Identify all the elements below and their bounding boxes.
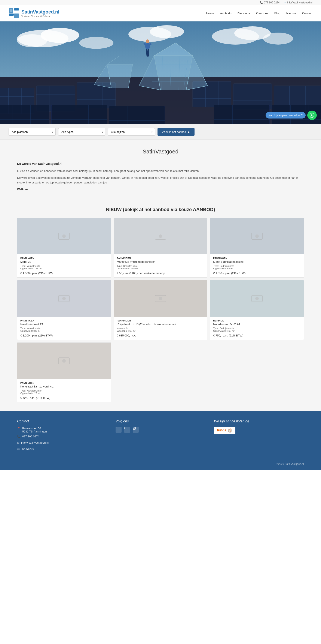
listing-type: Type: Bedrijfsruimte [213, 265, 301, 267]
social-icons-group: f in [116, 427, 205, 434]
listing-address: Raadhuisstraat 19 [20, 322, 108, 326]
location-icon: 📍 [17, 427, 20, 430]
listing-price: € 1.350,- p.m. (21% BTW) [213, 272, 301, 275]
whatsapp-button[interactable] [307, 110, 317, 120]
listings-section: NIEUW (bekijk al het aanbod via keuze AA… [17, 207, 304, 402]
svg-point-99 [255, 234, 259, 238]
svg-point-86 [146, 40, 149, 43]
listing-card[interactable]: PANNINGEN Kerkstraat 3a - 1e verd. v.z T… [17, 342, 111, 402]
footer-phone: 📞 077 306 0274 [17, 435, 107, 439]
nav-contact[interactable]: Contact [302, 12, 313, 15]
search-button[interactable]: Zoek in het aanbod ▶ [158, 128, 194, 136]
linkedin-icon[interactable]: in [124, 427, 130, 433]
main-nav: Home Aanbod ▾ Diensten ▾ Over ons Blog N… [206, 12, 313, 15]
footer-email: ✉ info@satinvastgoed.nl [17, 441, 107, 446]
footer-phone-icon: 📞 [17, 435, 20, 438]
nav-blog[interactable]: Blog [274, 12, 280, 15]
listing-info: PANNINGEN Kerkstraat 3a - 1e verd. v.z T… [17, 379, 111, 402]
listing-card[interactable]: BERINGE Noordervaart 5 - 2D-1 Type: Bedr… [210, 280, 304, 340]
listing-opp: Oppervlakte: 168 m² [213, 330, 301, 332]
listing-opp: Oppervlakte: 26 m² [20, 392, 108, 394]
price-select[interactable]: Alle prijzen [108, 128, 155, 136]
nav-nieuws[interactable]: Nieuws [286, 12, 296, 15]
footer-address: 📍 Patersstraat 54 5981 TS Panningen [17, 427, 107, 433]
footer-kvk-icon: 🏛 [17, 448, 20, 451]
listing-opp: Woonopp: 165 m² [117, 330, 204, 332]
email-info: ✉ info@satinvastgoed.nl [284, 1, 313, 4]
copyright-text: © 2025 SatinVastgoed.nl [276, 462, 304, 466]
listing-opp: Oppervlakte: 80 m² [20, 330, 108, 332]
phone-info: 📞 077 306 0274 [260, 1, 280, 4]
listing-image [210, 280, 304, 317]
instagram-icon[interactable] [133, 427, 139, 433]
listing-card[interactable]: PANNINGEN Markt 8 (prijsaanpassing) Type… [210, 218, 304, 278]
place-select[interactable]: Alle plaatsen [8, 128, 56, 136]
funda-badge[interactable]: funda 🏠 [214, 427, 235, 434]
nav-diensten[interactable]: Diensten ▾ [238, 12, 250, 15]
listing-city: BERINGE [213, 319, 301, 322]
footer-grid: Contact 📍 Patersstraat 54 5981 TS Pannin… [17, 420, 304, 452]
listing-opp: Oppervlakte: 68 m² [213, 267, 301, 270]
svg-point-14 [79, 37, 113, 49]
listing-address: Markt 8 (prijsaanpassing) [213, 260, 301, 264]
svg-point-105 [159, 297, 162, 300]
about-text-block: De wereld van SatinVastgoed.nl Ik vind d… [17, 162, 304, 192]
about-welkom: Welkom ! [17, 188, 29, 191]
listing-type: Kamers: 9 [117, 327, 204, 330]
logo-svg [8, 8, 19, 19]
logo[interactable]: SatinVastgoed.nl Verkoop, Verhuur & Behe… [8, 8, 59, 19]
footer-email-icon: ✉ [17, 441, 19, 444]
email-address: info@satinvastgoed.nl [287, 1, 313, 4]
svg-marker-82 [107, 64, 133, 88]
aanbod-caret: ▾ [230, 12, 232, 14]
chat-bubble[interactable]: Kan ik je ergens mee helpen? [266, 112, 306, 118]
svg-rect-4 [10, 9, 12, 12]
nav-home[interactable]: Home [206, 12, 214, 15]
listing-image [210, 218, 304, 254]
listing-card[interactable]: PANNINGEN Raadhuisstraat 19 Type: Winkel… [17, 280, 111, 340]
top-bar: 📞 077 306 0274 ✉ info@satinvastgoed.nl [0, 0, 321, 5]
logo-sub: Verkoop, Verhuur & Beheer [21, 15, 59, 17]
listing-price: € 1.500,- p.m. (21% BTW) [20, 272, 108, 275]
about-para1: Ik vind de wensen en behoeften van de kl… [17, 169, 304, 174]
listing-price: € 425,- p.m. (21% BTW) [20, 396, 108, 400]
facebook-icon[interactable]: f [116, 427, 122, 433]
listing-city: PANNINGEN [20, 257, 108, 260]
listing-type: Type: Kantoorruimte [20, 390, 108, 392]
listing-card[interactable]: PANNINGEN Markt 22 Type: Winkelruimte Op… [17, 218, 111, 278]
footer-social: Volg ons f in [116, 420, 205, 452]
type-select[interactable]: Alle types [58, 128, 105, 136]
footer-kvk: 🏛 12061296 [17, 447, 107, 451]
chat-section: Kan ik je ergens mee helpen? [266, 110, 317, 120]
phone-icon: 📞 [260, 1, 263, 4]
svg-point-93 [62, 234, 66, 238]
search-button-label: Zoek in het aanbod [162, 130, 186, 134]
listing-type: Type: Bedrijfsruimte [117, 265, 204, 267]
svg-point-96 [159, 234, 162, 238]
listing-type: Type: Winkelruimte [20, 265, 108, 267]
about-section: SatinVastgoed De wereld van SatinVastgoe… [17, 148, 304, 200]
listing-info: PANNINGEN Ruijsstraat 8 + 10 (2 kavels +… [114, 317, 207, 340]
type-select-wrapper: Alle types ▾ [58, 128, 105, 136]
listing-card[interactable]: PANNINGEN Ruijsstraat 8 + 10 (2 kavels +… [114, 280, 208, 340]
nav-aanbod[interactable]: Aanbod ▾ [220, 12, 232, 15]
diensten-caret: ▾ [249, 12, 250, 14]
logo-name: SatinVastgoed.nl [21, 9, 59, 15]
svg-rect-46 [0, 105, 49, 124]
listing-image [114, 280, 207, 317]
listing-opp: Oppervlakte: 445 m² [117, 267, 204, 270]
nav-over-ons[interactable]: Over ons [256, 12, 268, 15]
about-block-title: De wereld van SatinVastgoed.nl [17, 162, 304, 166]
listing-card[interactable]: PANNINGEN Markt 63a (multi mogelijkheden… [114, 218, 208, 278]
footer-email-link[interactable]: info@satinvastgoed.nl [21, 441, 49, 444]
logo-text: SatinVastgoed.nl Verkoop, Verhuur & Behe… [21, 9, 59, 17]
footer-phone-link[interactable]: 077 306 0274 [22, 435, 39, 438]
about-para2: De wereld van SatinVastgoed.nl bestaat u… [17, 176, 304, 185]
listing-opp: Oppervlakte: 128 m² [20, 267, 108, 270]
footer-social-title: Volg ons [116, 420, 205, 423]
svg-point-10 [150, 25, 184, 38]
email-icon: ✉ [284, 1, 286, 4]
listing-city: PANNINGEN [20, 319, 108, 322]
listing-city: PANNINGEN [117, 257, 204, 260]
hero-image [0, 22, 321, 124]
